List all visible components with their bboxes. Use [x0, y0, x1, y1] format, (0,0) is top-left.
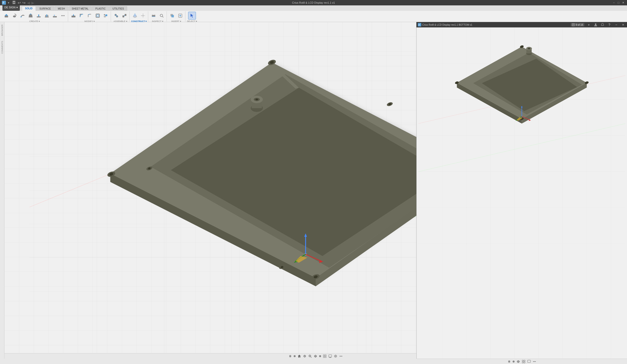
redo-btn[interactable]: ↪ [22, 0, 25, 5]
select-group: SELECT ▾ [186, 11, 198, 22]
maximize-btn[interactable]: □ [617, 1, 620, 4]
tab-sheet-metal[interactable]: SHEET METAL [69, 6, 92, 11]
title-controls: − □ × [612, 1, 625, 4]
inspect-more-button[interactable] [158, 12, 165, 20]
joint-button[interactable] [112, 12, 120, 20]
svg-line-166 [418, 124, 625, 172]
second-status-orbit[interactable] [517, 360, 520, 363]
second-status-dot [513, 361, 515, 363]
status-settings[interactable] [289, 355, 292, 358]
svg-rect-194 [524, 360, 525, 361]
status-pan[interactable] [303, 355, 306, 358]
tab-mesh[interactable]: MESH [55, 6, 68, 11]
assemble-more-button[interactable] [120, 12, 128, 20]
second-window-minimize-btn[interactable]: − [614, 22, 619, 27]
construct-more-button[interactable] [139, 12, 147, 20]
svg-rect-50 [171, 15, 174, 17]
web-button[interactable] [43, 12, 51, 20]
press-pull-button[interactable] [70, 12, 77, 20]
fillet-button[interactable] [78, 12, 86, 20]
svg-marker-6 [5, 14, 8, 16]
sidebar-browser[interactable]: BROWSER [1, 24, 3, 36]
status-more[interactable] [339, 355, 343, 358]
svg-rect-8 [21, 16, 22, 17]
svg-rect-131 [325, 355, 326, 356]
svg-rect-134 [329, 355, 332, 357]
svg-rect-5 [5, 16, 8, 17]
second-status-display[interactable] [527, 360, 531, 363]
status-grid-toggle[interactable] [323, 355, 326, 358]
second-window-close-btn[interactable]: × [621, 22, 626, 27]
svg-point-19 [61, 15, 62, 16]
second-window-notification-btn[interactable] [600, 22, 605, 27]
status-home[interactable] [298, 355, 301, 358]
second-window-add-btn[interactable]: + [586, 22, 591, 27]
svg-line-24 [88, 14, 90, 15]
second-window-help-btn[interactable]: ? [607, 22, 612, 27]
svg-text:F: F [3, 1, 4, 4]
second-viewport[interactable] [417, 27, 627, 364]
second-status-settings[interactable] [508, 360, 511, 363]
loft-button[interactable] [27, 12, 35, 20]
second-viewport-svg [417, 27, 627, 364]
back-btn[interactable]: ◀ [27, 0, 30, 5]
rib-button[interactable] [35, 12, 43, 20]
tab-utilities[interactable]: UTILITIES [109, 6, 127, 11]
svg-rect-133 [325, 356, 326, 358]
status-orbit[interactable] [314, 355, 317, 358]
chamfer-button[interactable] [86, 12, 94, 20]
status-display-mode[interactable] [328, 355, 332, 358]
shell-button[interactable] [94, 12, 102, 20]
page-count-text: 9 of 16 [575, 24, 583, 26]
svg-rect-12 [38, 14, 39, 16]
svg-marker-39 [134, 13, 135, 14]
menu-item-save[interactable] [12, 1, 16, 5]
menu-item-file[interactable]: ▼ [7, 1, 10, 4]
tab-surface[interactable]: SURFACE [36, 6, 54, 11]
svg-line-48 [162, 16, 163, 17]
svg-point-129 [315, 356, 316, 356]
insert-derive-button[interactable] [168, 12, 176, 20]
tab-bar: DE SIGN ▾ SOLID SURFACE MESH SHEET METAL… [0, 5, 627, 11]
revolve-button[interactable] [10, 12, 18, 20]
page-count-badge: 9 of 16 [571, 23, 584, 26]
svg-point-141 [342, 356, 342, 356]
svg-rect-11 [37, 16, 41, 17]
svg-text:A: A [54, 14, 55, 16]
insert-more-button[interactable] [176, 12, 184, 20]
second-window-titlebar: F Crius Rot8 & LCD Display rev1.1 BOTTOM… [416, 22, 627, 27]
close-btn[interactable]: × [621, 1, 625, 4]
sweep-button[interactable] [19, 12, 26, 20]
svg-rect-13 [45, 17, 49, 17]
svg-point-139 [340, 356, 340, 356]
construct-group: CONSTRUCT ▾ [130, 11, 148, 22]
left-sidebar: BROWSER COMMENTS [0, 22, 4, 359]
select-button[interactable] [188, 12, 196, 20]
main-area: BROWSER COMMENTS TOP FRONT RIGHT [0, 22, 627, 359]
move-bodies-button[interactable] [102, 12, 110, 20]
second-status-grid[interactable] [522, 360, 525, 363]
second-status-more[interactable] [533, 360, 536, 363]
extrude-button[interactable] [2, 12, 10, 20]
tab-plastic[interactable]: PLASTIC [92, 6, 109, 11]
second-window-user-btn[interactable] [593, 22, 598, 27]
forward-btn[interactable]: ▶ [31, 0, 34, 5]
emboss-button[interactable]: A [51, 12, 59, 20]
sidebar-comments[interactable]: COMMENTS [1, 41, 3, 54]
undo-btn[interactable]: ↩ [18, 0, 21, 5]
svg-rect-4 [13, 3, 15, 4]
svg-rect-22 [71, 16, 75, 17]
svg-point-109 [256, 99, 258, 100]
tab-solid[interactable]: SOLID [22, 6, 36, 11]
modify-group: MODIFY ▾ [69, 11, 111, 22]
second-window: F Crius Rot8 & LCD Display rev1.1 BOTTOM… [416, 22, 627, 359]
title-left: F ▼ ↩ ↪ ◀ ▶ [2, 0, 34, 5]
offset-plane-button[interactable] [131, 12, 139, 20]
status-visual-style[interactable] [334, 355, 337, 358]
svg-point-198 [533, 361, 534, 362]
minimize-btn[interactable]: − [612, 1, 616, 4]
create-more-button[interactable] [59, 12, 67, 20]
svg-rect-132 [323, 356, 324, 358]
status-zoom[interactable] [308, 355, 312, 358]
measure-button[interactable] [150, 12, 157, 20]
